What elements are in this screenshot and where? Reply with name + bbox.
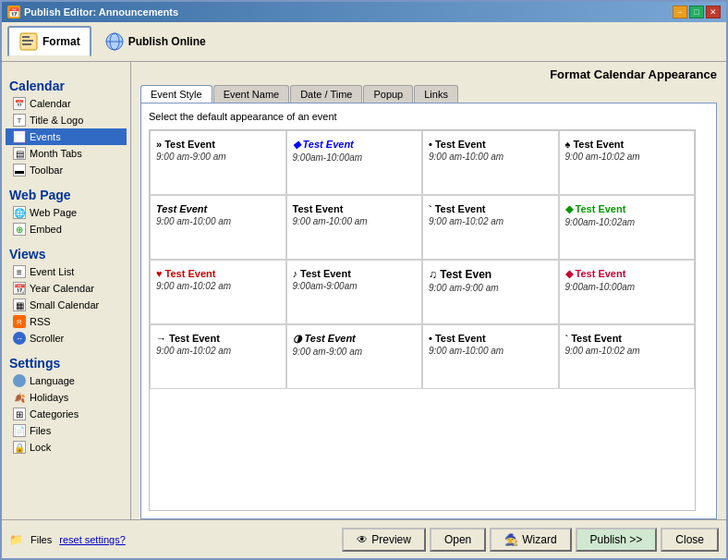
event-cell-10[interactable]: ♪ Test Event 9:00am-9:00am: [286, 260, 423, 324]
holidays-icon: 🍂: [13, 391, 26, 404]
event-name-15: • Test Event: [429, 333, 552, 344]
event-cell-12[interactable]: ◆ Test Event 9:00am-10:00am: [559, 260, 696, 324]
sidebar-item-language[interactable]: Language: [6, 372, 127, 389]
sidebar-item-lock[interactable]: 🔒 Lock: [6, 439, 127, 456]
footer-files-icon: 📁: [9, 533, 23, 546]
minimize-button[interactable]: −: [673, 6, 687, 18]
event-cell-4[interactable]: ♠ Test Event 9:00 am-10:02 am: [559, 130, 696, 195]
footer: 📁 Files reset settings? 👁 Preview Open 🧙…: [2, 519, 726, 558]
sidebar-item-embed[interactable]: ⊕ Embed: [6, 221, 127, 237]
event-cell-1[interactable]: » Test Event 9:00 am-9:00 am: [150, 130, 286, 195]
sidebar-item-categories[interactable]: ⊞ Categories: [6, 406, 127, 422]
main-toolbar: Format Publish Online: [2, 22, 726, 62]
calendar-section-title: Calendar: [6, 75, 127, 95]
event-cell-16[interactable]: ` Test Event 9:00 am-10:02 am: [559, 324, 696, 389]
sidebar-item-small-calendar[interactable]: ▦ Small Calendar: [6, 297, 127, 313]
title-bar-left: 📅 Publish Editor: Announcements: [7, 6, 178, 18]
tab-popup-label: Popup: [373, 89, 403, 100]
format-tab-button[interactable]: Format: [7, 26, 91, 57]
sidebar-label-files: Files: [30, 425, 51, 436]
sidebar-item-web-page[interactable]: 🌐 Web Page: [6, 204, 127, 221]
wizard-button[interactable]: 🧙 Wizard: [490, 528, 571, 552]
event-grid[interactable]: » Test Event 9:00 am-9:00 am ◆ Test Even…: [149, 129, 696, 511]
event-time-11: 9:00 am-9:00 am: [429, 283, 552, 293]
tab-event-style[interactable]: Event Style: [140, 85, 212, 103]
close-button-footer[interactable]: Close: [661, 528, 719, 552]
footer-files-label: Files: [30, 534, 52, 545]
categories-icon: ⊞: [13, 408, 26, 420]
main-content: Calendar 📅 Calendar T Title & Logo ▦ Eve…: [2, 62, 726, 519]
close-button[interactable]: ✕: [706, 6, 721, 18]
rss-icon: R: [13, 315, 26, 328]
event-time-12: 9:00am-10:00am: [565, 282, 689, 292]
tab-popup[interactable]: Popup: [363, 85, 413, 103]
event-time-13: 9:00 am-10:02 am: [156, 346, 280, 356]
sidebar-label-toolbar: Toolbar: [30, 164, 63, 176]
content-title: Format Calendar Appearance: [131, 62, 726, 81]
event-cell-5[interactable]: Test Event 9:00 am-10:00 am: [150, 195, 286, 260]
svg-rect-1: [22, 36, 30, 38]
open-button[interactable]: Open: [430, 528, 486, 552]
sidebar-item-events[interactable]: ▦ Events: [6, 128, 127, 145]
event-cell-7[interactable]: ` Test Event 9:00 am-10:02 am: [422, 195, 559, 260]
event-cell-9[interactable]: ♥ Test Event 9:00 am-10:02 am: [150, 260, 286, 324]
tab-date-time-label: Date / Time: [300, 89, 352, 100]
event-name-14: ◑ Test Event: [293, 333, 417, 345]
publish-online-label: Publish Online: [128, 35, 206, 48]
sidebar-item-scroller[interactable]: ↔ Scroller: [6, 330, 127, 347]
preview-button[interactable]: 👁 Preview: [342, 528, 426, 552]
event-cell-11[interactable]: ♫ Test Even 9:00 am-9:00 am: [422, 260, 559, 324]
event-list-icon: ≡: [13, 265, 26, 278]
publish-online-icon: [104, 31, 125, 52]
event-time-1: 9:00 am-9:00 am: [156, 152, 280, 162]
event-name-2: ◆ Test Event: [293, 139, 417, 151]
reset-settings-link[interactable]: reset settings?: [59, 534, 126, 545]
svg-rect-3: [22, 43, 31, 45]
tab-date-time[interactable]: Date / Time: [290, 85, 362, 103]
tab-links-label: Links: [424, 89, 448, 100]
sidebar-item-holidays[interactable]: 🍂 Holidays: [6, 389, 127, 406]
sidebar-item-year-calendar[interactable]: 📆 Year Calendar: [6, 280, 127, 297]
footer-right: 👁 Preview Open 🧙 Wizard Publish >> Close: [342, 528, 719, 552]
sidebar-item-title-logo[interactable]: T Title & Logo: [6, 112, 127, 128]
event-time-7: 9:00 am-10:02 am: [429, 216, 552, 226]
event-time-8: 9:00am-10:02am: [565, 217, 689, 227]
sidebar-item-month-tabs[interactable]: ▤ Month Tabs: [6, 145, 127, 162]
footer-left: 📁 Files reset settings?: [9, 533, 126, 546]
sidebar-item-rss[interactable]: R RSS: [6, 313, 127, 330]
lock-icon: 🔒: [13, 441, 26, 454]
event-time-6: 9:00 am-10:00 am: [293, 216, 417, 226]
sidebar-item-calendar[interactable]: 📅 Calendar: [6, 95, 127, 112]
sidebar-label-events: Events: [30, 131, 61, 142]
sidebar-item-event-list[interactable]: ≡ Event List: [6, 263, 127, 280]
event-cell-14[interactable]: ◑ Test Event 9:00 am-9:00 am: [286, 324, 423, 389]
sidebar-label-month-tabs: Month Tabs: [30, 148, 82, 159]
event-cell-8[interactable]: ◆ Test Event 9:00am-10:02am: [559, 195, 696, 260]
sidebar-label-calendar: Calendar: [30, 98, 71, 109]
tab-event-name[interactable]: Event Name: [213, 85, 290, 103]
event-cell-3[interactable]: • Test Event 9:00 am-10:00 am: [422, 130, 559, 195]
event-time-9: 9:00 am-10:02 am: [156, 281, 280, 291]
event-cell-2[interactable]: ◆ Test Event 9:00am-10:00am: [286, 130, 423, 195]
event-time-14: 9:00 am-9:00 am: [293, 347, 417, 357]
webpage-section-title: Web Page: [6, 184, 127, 204]
event-name-11: ♫ Test Even: [429, 268, 552, 281]
event-name-5: Test Event: [156, 203, 280, 214]
embed-icon: ⊕: [13, 223, 26, 236]
publish-button[interactable]: Publish >>: [576, 528, 658, 552]
event-cell-6[interactable]: Test Event 9:00 am-10:00 am: [286, 195, 423, 260]
files-icon: 📄: [13, 424, 26, 437]
maximize-button[interactable]: □: [689, 6, 704, 18]
sidebar-item-files[interactable]: 📄 Files: [6, 422, 127, 439]
event-name-9: ♥ Test Event: [156, 268, 280, 279]
tab-links[interactable]: Links: [414, 85, 458, 103]
publish-online-tab-button[interactable]: Publish Online: [93, 26, 217, 57]
sidebar-item-toolbar[interactable]: ▬ Toolbar: [6, 162, 127, 178]
event-name-1: » Test Event: [156, 139, 280, 150]
event-cell-13[interactable]: → Test Event 9:00 am-10:02 am: [150, 324, 286, 389]
event-name-8: ◆ Test Event: [565, 203, 689, 215]
event-name-6: Test Event: [293, 203, 417, 214]
web-page-icon: 🌐: [13, 206, 26, 219]
event-cell-15[interactable]: • Test Event 9:00 am-10:00 am: [422, 324, 559, 389]
title-logo-icon: T: [13, 114, 26, 127]
